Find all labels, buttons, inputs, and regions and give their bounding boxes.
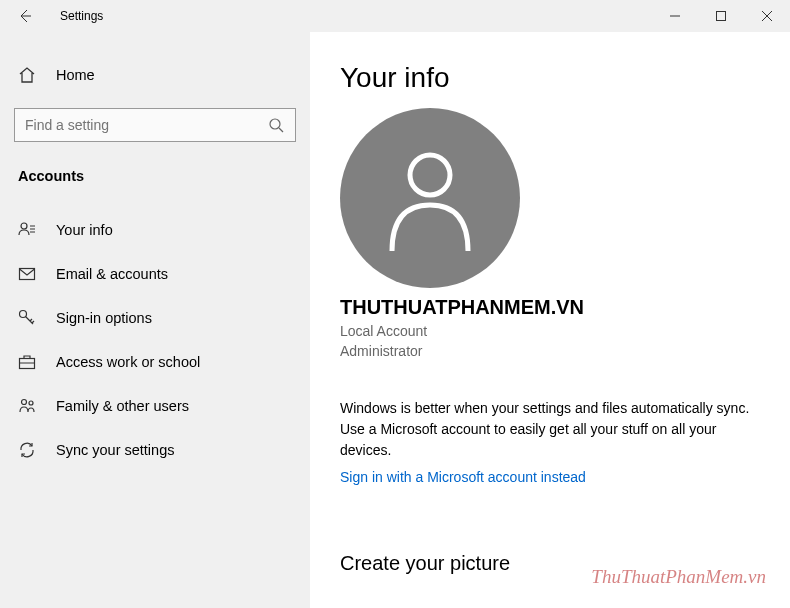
sync-description: Windows is better when your settings and… — [340, 398, 760, 461]
picture-heading: Create your picture — [340, 552, 760, 575]
person-icon — [380, 143, 480, 253]
svg-point-4 — [20, 311, 27, 318]
sync-icon — [18, 441, 36, 459]
user-badge-icon — [18, 221, 36, 239]
home-button[interactable]: Home — [0, 56, 310, 94]
nav-item-email[interactable]: Email & accounts — [0, 252, 310, 296]
nav-item-label: Access work or school — [56, 354, 200, 370]
key-icon — [18, 309, 36, 327]
username: THUTHUATPHANMEM.VN — [340, 296, 760, 319]
account-type: Local Account — [340, 321, 760, 341]
svg-point-1 — [270, 119, 280, 129]
main-content: Your info THUTHUATPHANMEM.VN Local Accou… — [310, 32, 790, 608]
svg-rect-0 — [717, 12, 726, 21]
nav-item-signin[interactable]: Sign-in options — [0, 296, 310, 340]
svg-point-6 — [22, 400, 27, 405]
home-icon — [18, 66, 36, 84]
svg-point-7 — [29, 401, 33, 405]
sign-in-link[interactable]: Sign in with a Microsoft account instead — [340, 469, 586, 485]
home-label: Home — [56, 67, 95, 83]
nav-item-label: Email & accounts — [56, 266, 168, 282]
nav-list: Your info Email & accounts Sign-in optio… — [0, 196, 310, 472]
search-box[interactable] — [14, 108, 296, 142]
section-header: Accounts — [0, 142, 310, 196]
family-icon — [18, 397, 36, 415]
svg-point-8 — [410, 155, 450, 195]
briefcase-icon — [18, 353, 36, 371]
nav-item-your-info[interactable]: Your info — [0, 208, 310, 252]
maximize-button[interactable] — [698, 0, 744, 32]
sidebar: Home Accounts Your info Em — [0, 32, 310, 608]
avatar — [340, 108, 520, 288]
search-input[interactable] — [25, 117, 267, 133]
title-bar: Settings — [0, 0, 790, 32]
nav-item-label: Family & other users — [56, 398, 189, 414]
window-title: Settings — [60, 9, 103, 23]
nav-item-work[interactable]: Access work or school — [0, 340, 310, 384]
minimize-button[interactable] — [652, 0, 698, 32]
email-icon — [18, 265, 36, 283]
close-button[interactable] — [744, 0, 790, 32]
nav-item-family[interactable]: Family & other users — [0, 384, 310, 428]
account-role: Administrator — [340, 341, 760, 361]
back-icon[interactable] — [16, 7, 34, 25]
nav-item-label: Your info — [56, 222, 113, 238]
nav-item-label: Sync your settings — [56, 442, 174, 458]
page-title: Your info — [340, 62, 760, 94]
nav-item-sync[interactable]: Sync your settings — [0, 428, 310, 472]
search-icon — [267, 116, 285, 134]
nav-item-label: Sign-in options — [56, 310, 152, 326]
svg-point-2 — [21, 223, 27, 229]
